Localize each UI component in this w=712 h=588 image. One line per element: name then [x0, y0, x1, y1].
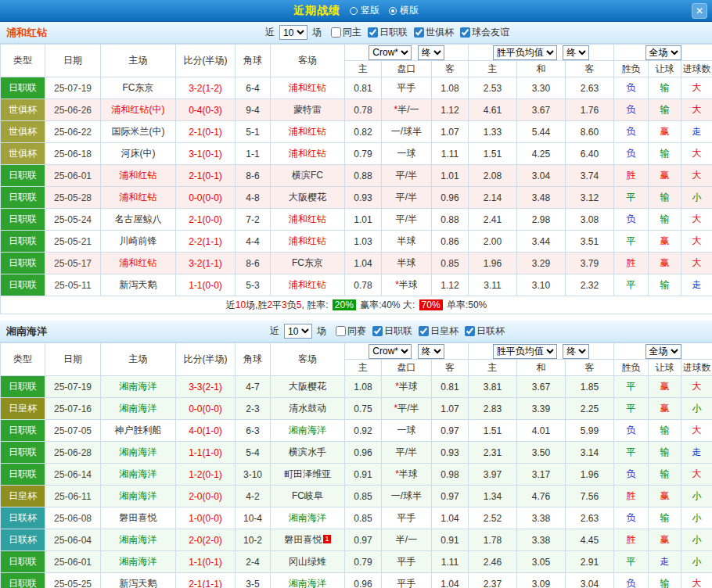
- handicap-source-select[interactable]: Crow*: [369, 45, 412, 60]
- league-badge: 世俱杯: [1, 143, 45, 164]
- match-row: 日职联 25-06-01 湘南海洋 1-1(0-1) 2-4 冈山绿雉 0.79…: [1, 551, 712, 573]
- match-score: 0-4(0-3): [176, 99, 236, 121]
- handicap-away-odds: 1.04: [432, 573, 469, 588]
- away-team: 湘南海洋: [289, 578, 326, 588]
- subcol-odds-home: 主: [469, 61, 517, 77]
- match-row: 日职联 25-05-24 名古屋鲸八 2-1(0-0) 7-2 浦和红钻 1.0…: [1, 209, 712, 231]
- filter-option[interactable]: 日联杯: [465, 324, 505, 338]
- filter-option[interactable]: 球会友谊: [460, 26, 509, 39]
- home-team: 浦和红钻: [120, 192, 157, 203]
- filter-option[interactable]: 同主: [331, 26, 361, 39]
- match-row: 日职联 25-05-25 新泻天鹅 2-1(1-1) 3-5 湘南海洋 0.96…: [1, 573, 712, 588]
- filter-checkbox[interactable]: [414, 27, 424, 38]
- handicap-away-odds: 0.81: [432, 376, 469, 398]
- league-badge: 日职联: [1, 573, 45, 588]
- layout-option-horizontal[interactable]: 横版: [389, 4, 419, 17]
- odds-home-win: 2.14: [469, 187, 517, 209]
- odds-home-win: 2.00: [469, 231, 517, 253]
- odds-final-select[interactable]: 终: [563, 344, 589, 359]
- odds-source-select[interactable]: 胜平负均值: [493, 344, 557, 359]
- filter-option[interactable]: 日职联: [368, 26, 408, 39]
- odds-home-win: 4.61: [469, 99, 517, 121]
- section-away-team: 湘南海洋 近 10 场 同赛日职联日皇杯日联杯 类型 日期: [0, 321, 712, 588]
- handicap-source-select[interactable]: Crow*: [369, 344, 412, 359]
- handicap-away-odds: 0.86: [432, 231, 469, 253]
- league-badge: 世俱杯: [1, 99, 45, 120]
- recent-count-select[interactable]: 10: [284, 324, 312, 339]
- match-score: 2-1(1-1): [176, 573, 236, 588]
- filter-checkbox[interactable]: [331, 27, 341, 38]
- col-header-type: 类型: [1, 45, 45, 77]
- handicap-home-odds: 0.78: [345, 274, 382, 296]
- recent-count-select[interactable]: 10: [279, 25, 307, 40]
- result-goals: 大: [681, 231, 712, 253]
- filter-checkbox[interactable]: [336, 326, 346, 336]
- result-goals: 小: [681, 551, 712, 573]
- handicap-away-odds: 0.85: [432, 253, 469, 274]
- filter-option[interactable]: 日皇杯: [419, 324, 458, 338]
- corners-score: 8-6: [236, 165, 271, 187]
- away-team: 横滨水手: [289, 446, 326, 457]
- result-handicap: 赢: [649, 376, 681, 398]
- result-handicap: 输: [649, 274, 681, 296]
- subcol-goals-result: 进球数: [681, 61, 712, 77]
- away-team: 湘南海洋: [289, 425, 326, 436]
- handicap-line: *半球: [382, 274, 432, 296]
- odds-draw: 3.67: [517, 99, 566, 121]
- match-date: 25-05-24: [45, 209, 101, 231]
- filter-option[interactable]: 同赛: [336, 324, 366, 338]
- corners-score: 7-2: [236, 209, 271, 231]
- match-score: 1-1(0-0): [176, 274, 236, 296]
- odds-draw: 3.38: [517, 529, 566, 551]
- scope-select[interactable]: 全场: [645, 344, 681, 359]
- handicap-away-odds: 0.98: [432, 464, 469, 486]
- filter-checkbox[interactable]: [419, 326, 429, 336]
- odds-source-select[interactable]: 胜平负均值: [493, 45, 557, 60]
- filter-checkbox[interactable]: [465, 326, 475, 336]
- result-handicap: 输: [649, 420, 681, 442]
- corners-score: 5-3: [236, 274, 271, 296]
- match-score: 3-1(0-1): [176, 143, 236, 165]
- league-badge: 日职联: [1, 442, 45, 463]
- col-header-date: 日期: [45, 45, 101, 77]
- away-team: 浦和红钻: [289, 235, 326, 246]
- layout-option-vertical[interactable]: 竖版: [350, 4, 379, 17]
- odds-home-win: 1.34: [469, 486, 517, 507]
- subcol-result: 胜负: [614, 61, 649, 77]
- filter-option[interactable]: 日职联: [372, 324, 412, 338]
- handicap-final-select[interactable]: 终: [418, 45, 444, 60]
- team-name: 湘南海洋: [6, 324, 47, 339]
- filter-checkbox[interactable]: [460, 27, 470, 38]
- corners-score: 6-3: [236, 420, 271, 442]
- match-score: 4-0(1-0): [176, 420, 236, 442]
- filter-option[interactable]: 世俱杯: [414, 26, 454, 39]
- subcol-ah-home: 主: [345, 61, 382, 77]
- result-outcome: 负: [614, 121, 649, 143]
- home-team: 新泻天鹅: [120, 578, 157, 588]
- home-team: FC东京: [123, 82, 154, 93]
- match-score: 1-0(0-0): [176, 507, 236, 529]
- odds-draw: 3.17: [517, 464, 566, 486]
- subcol-odds-draw: 和: [517, 360, 566, 376]
- handicap-line: 平手: [382, 551, 432, 573]
- league-badge: 日职联: [1, 464, 45, 485]
- layout-option-label: 竖版: [361, 4, 379, 17]
- odds-draw: 3.10: [517, 274, 566, 296]
- result-goals: 小: [681, 398, 712, 420]
- handicap-final-select[interactable]: 终: [418, 344, 444, 359]
- odds-final-select[interactable]: 终: [563, 45, 589, 60]
- odds-draw: 3.05: [517, 551, 566, 573]
- col-header-away: 客场: [271, 343, 345, 376]
- away-team: 磐田喜悦: [284, 534, 322, 545]
- odds-away-win: 2.63: [566, 77, 614, 99]
- scope-select[interactable]: 全场: [645, 45, 681, 60]
- handicap-line: 半/一: [382, 529, 432, 551]
- filter-checkbox[interactable]: [368, 27, 378, 38]
- result-outcome: 平: [614, 442, 649, 464]
- league-badge: 日职联: [1, 187, 45, 208]
- handicap-home-odds: 0.85: [345, 486, 382, 507]
- close-button[interactable]: ✕: [692, 3, 707, 19]
- away-team: 蒙特雷: [293, 104, 322, 115]
- result-goals: 大: [681, 420, 712, 442]
- filter-checkbox[interactable]: [372, 326, 383, 336]
